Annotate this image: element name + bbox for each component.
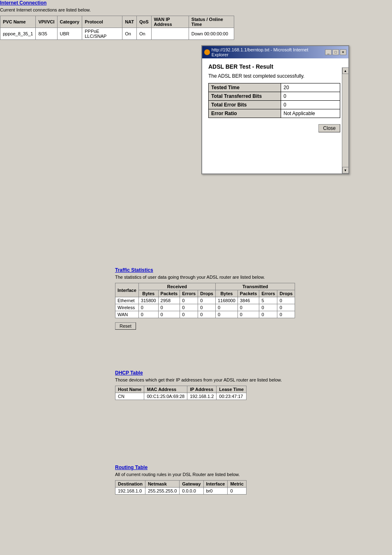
dhcp-table: Host NameMAC AddressIP AddressLease Time… (115, 386, 247, 400)
traffic-statistics-title[interactable]: Traffic Statistics (115, 267, 349, 273)
routing-table: DestinationNetmaskGatewayInterfaceMetric… (115, 480, 247, 495)
minimize-button[interactable]: _ (325, 49, 332, 55)
routing-cell: 255.255.255.0 (145, 488, 179, 495)
scrollbar: ▲ ▼ (342, 67, 348, 173)
dhcp-header-row: Host NameMAC AddressIP AddressLease Time (115, 386, 247, 393)
traffic-cell: 0 (238, 311, 259, 318)
browser-title-area: http://192.168.1.1/berntop.txt - Microso… (204, 47, 325, 57)
received-header: Received (138, 283, 215, 290)
traffic-cell: 0 (277, 297, 295, 304)
traffic-cell: 0 (277, 304, 295, 311)
inet-cell (151, 28, 189, 40)
traffic-cell: 0 (180, 311, 198, 318)
ber-close-button[interactable]: Close (318, 124, 340, 132)
traffic-cell: 0 (259, 311, 277, 318)
inet-cell: Down 00:00:00:00 (189, 28, 234, 40)
browser-content: ADSL BER Test - Result The ADSL BER test… (202, 58, 348, 173)
transmitted-header: Transmitted (215, 283, 295, 290)
scroll-up-button[interactable]: ▲ (342, 67, 349, 74)
traffic-sub-header-cell: Packets (238, 290, 259, 297)
routing-cell: 0 (228, 488, 246, 495)
traffic-sub-header-cell: Bytes (215, 290, 238, 297)
ber-results-table: Tested Time20Total Transferred Bits0Tota… (208, 83, 340, 118)
inet-cell: On (122, 28, 137, 40)
inet-cell: PPPoE LLC/SNAP (82, 28, 122, 40)
ber-table-row: Total Transferred Bits0 (209, 92, 340, 101)
ber-value: 0 (281, 101, 340, 109)
inet-column-header: Protocol (82, 16, 122, 28)
traffic-cell: 0 (138, 304, 158, 311)
traffic-cell: 0 (259, 304, 277, 311)
traffic-cell: Wireless (115, 304, 139, 311)
inet-column-header: QoS (136, 16, 151, 28)
traffic-table-row: WAN00000000 (115, 311, 295, 318)
dhcp-cell: 00:23:47:17 (217, 393, 247, 400)
routing-column-header: Metric (228, 481, 246, 488)
routing-header-row: DestinationNetmaskGatewayInterfaceMetric (115, 481, 247, 488)
traffic-cell: 0 (180, 297, 198, 304)
traffic-cell: 0 (277, 311, 295, 318)
scroll-down-button[interactable]: ▼ (342, 167, 349, 173)
inet-column-header: Category (57, 16, 82, 28)
traffic-cell: 5 (259, 297, 277, 304)
ber-success-message: The ADSL BER test completed successfully… (208, 73, 340, 79)
ber-table-row: Tested Time20 (209, 83, 340, 92)
routing-column-header: Interface (203, 481, 228, 488)
inet-column-header: NAT (122, 16, 137, 28)
scrollbar-track (343, 74, 348, 167)
traffic-table-row: Wireless00000000 (115, 304, 295, 311)
traffic-cell: 2958 (158, 297, 180, 304)
dhcp-cell: 00:C1:25:0A:69:28 (144, 393, 187, 400)
traffic-cell: 0 (158, 304, 180, 311)
dhcp-cell: CN (115, 393, 144, 400)
browser-title-text: http://192.168.1.1/berntop.txt - Microso… (212, 47, 325, 57)
dhcp-table-title[interactable]: DHCP Table (115, 370, 337, 376)
traffic-sub-header-cell: Drops (198, 290, 216, 297)
traffic-cell: WAN (115, 311, 139, 318)
routing-table-row: 192.168.1.0255.255.255.00.0.0.0br00 (115, 488, 247, 495)
traffic-cell: 0 (198, 304, 216, 311)
ber-value: 0 (281, 92, 340, 101)
ber-label: Total Error Bits (209, 101, 281, 109)
inet-column-header: VPI/VCI (36, 16, 57, 28)
inet-table-row: pppoe_8_35_18/35UBRPPPoE LLC/SNAPOnOnDow… (0, 28, 234, 40)
traffic-cell: 315800 (138, 297, 158, 304)
traffic-cell: 0 (198, 311, 216, 318)
routing-cell: br0 (203, 488, 228, 495)
ber-value: Not Applicable (281, 109, 340, 118)
inet-cell: 8/35 (36, 28, 57, 40)
inet-header-row: PVC NameVPI/VCICategoryProtocolNATQoSWAN… (0, 16, 234, 28)
dhcp-column-header: Lease Time (217, 386, 247, 393)
routing-column-header: Netmask (145, 481, 179, 488)
ber-label: Error Ratio (209, 109, 281, 118)
interface-header: Interface (115, 283, 139, 297)
internet-connection-title[interactable]: Internet Connection (0, 0, 234, 6)
ber-value: 20 (281, 83, 340, 92)
traffic-table-row: Ethernet3158002958001168000384650 (115, 297, 295, 304)
traffic-sub-header-cell: Packets (158, 290, 180, 297)
ber-result-heading: ADSL BER Test - Result (208, 63, 340, 70)
traffic-reset-button[interactable]: Reset (115, 322, 136, 330)
maximize-button[interactable]: □ (332, 49, 339, 55)
ber-label: Total Transferred Bits (209, 92, 281, 101)
browser-window: http://192.168.1.1/berntop.txt - Microso… (201, 45, 349, 174)
close-button[interactable]: ✕ (340, 49, 346, 55)
inet-column-header: Status / Online Time (189, 16, 234, 28)
ber-label: Tested Time (209, 83, 281, 92)
dhcp-column-header: Host Name (115, 386, 144, 393)
dhcp-column-header: MAC Address (144, 386, 187, 393)
routing-table-title[interactable]: Routing Table (115, 465, 337, 470)
browser-titlebar: http://192.168.1.1/berntop.txt - Microso… (202, 46, 348, 58)
traffic-cell: 3846 (238, 297, 259, 304)
inet-column-header: WAN IP Address (151, 16, 189, 28)
browser-icon (204, 49, 210, 55)
routing-column-header: Destination (115, 481, 145, 488)
traffic-cell: 0 (138, 311, 158, 318)
dhcp-column-header: IP Address (187, 386, 217, 393)
dhcp-table-row: CN00:C1:25:0A:69:28192.168.1.200:23:47:1… (115, 393, 247, 400)
inet-cell: UBR (57, 28, 82, 40)
routing-cell: 0.0.0.0 (180, 488, 203, 495)
traffic-cell: 0 (158, 311, 180, 318)
traffic-sub-header-cell: Errors (259, 290, 277, 297)
traffic-sub-header: BytesPacketsErrorsDropsBytesPacketsError… (115, 290, 295, 297)
